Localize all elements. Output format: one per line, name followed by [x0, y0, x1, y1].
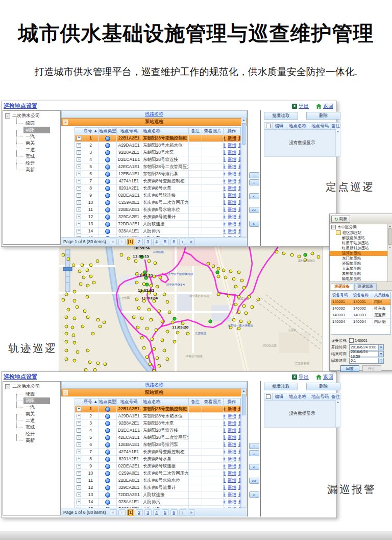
row-action-新增[interactable]: 新增: [228, 434, 236, 441]
row-action-删除[interactable]: 删除: [238, 491, 240, 498]
row-action-删除[interactable]: 删除: [238, 406, 240, 412]
transfer-button-1[interactable]: ↓: [249, 450, 259, 456]
select-all-checkbox[interactable]: [266, 394, 271, 399]
export-label[interactable]: 导出: [299, 103, 309, 110]
row-action-编辑[interactable]: 编辑: [224, 449, 226, 455]
expand-row-button[interactable]: +: [77, 435, 81, 440]
table-row[interactable]: +1122BEA0E1长庆南8号水箱水位编辑新增删除: [75, 477, 240, 484]
expand-row-button[interactable]: +: [77, 157, 81, 162]
row-action-编辑[interactable]: 编辑: [224, 156, 226, 163]
vertical-scrollbar[interactable]: ▲▼: [387, 224, 392, 281]
map-marker[interactable]: [145, 356, 149, 359]
map-marker[interactable]: [72, 264, 75, 267]
map-marker[interactable]: [244, 312, 248, 315]
collapse-icon[interactable]: -: [5, 384, 10, 389]
map-marker[interactable]: [103, 321, 106, 324]
delete-button[interactable]: 删除: [306, 112, 340, 120]
table-row[interactable]: +122B1A2E1东朝阳28号变频控制柜编辑新增删除: [75, 134, 240, 142]
map-marker[interactable]: [81, 264, 84, 267]
row-action-新增[interactable]: 新增: [228, 484, 236, 491]
row-action-新增[interactable]: 新增: [228, 156, 236, 163]
expand-row-button[interactable]: +: [77, 414, 81, 418]
dropdown-button[interactable]: ▼: [378, 351, 383, 357]
table-row[interactable]: +14028AA1E1人防排污编辑新增删除: [75, 227, 240, 234]
collapse-icon[interactable]: -: [5, 113, 10, 119]
map-marker[interactable]: [73, 341, 76, 344]
map-marker[interactable]: [91, 332, 94, 335]
stop-button[interactable]: 停止: [362, 365, 381, 372]
map-marker[interactable]: [237, 311, 240, 314]
table-row[interactable]: +10C259A0E1长庆南8号二次管网压力编辑新增删除: [75, 469, 240, 477]
map-marker[interactable]: [96, 260, 99, 263]
row-action-新增[interactable]: 新增: [228, 420, 236, 427]
row-action-新增[interactable]: 新增: [228, 427, 236, 434]
map-marker[interactable]: [65, 349, 68, 352]
expand-row-button[interactable]: +: [77, 428, 81, 433]
row-action-删除[interactable]: 删除: [238, 214, 240, 220]
row-action-删除[interactable]: 删除: [238, 199, 240, 206]
select-all-checkbox[interactable]: [266, 124, 271, 128]
row-action-编辑[interactable]: 编辑: [224, 206, 226, 213]
row-action-编辑[interactable]: 编辑: [224, 427, 226, 434]
batch-read-button[interactable]: 批量读取: [264, 383, 298, 390]
map-marker[interactable]: [82, 276, 85, 279]
expand-row-button[interactable]: +: [77, 200, 81, 205]
row-action-新增[interactable]: 新增: [228, 171, 236, 177]
pager-page-2[interactable]: 2: [136, 239, 143, 245]
expand-row-button[interactable]: +: [77, 143, 81, 148]
expand-row-button[interactable]: +: [77, 500, 81, 504]
table-row[interactable]: +542ECA1E1东朝阳28号二次管网压力编辑新增删除: [75, 163, 240, 170]
table-row[interactable]: +74274A1E1长庆南8号变频控制柜编辑新增删除: [75, 177, 240, 184]
map-marker[interactable]: [298, 255, 301, 258]
map-marker[interactable]: [140, 336, 143, 339]
group-row-pump-station[interactable]: - 泵站巡检: [61, 118, 247, 126]
tree-item[interactable]: 电厂加压站: [330, 281, 392, 282]
row-action-编辑[interactable]: 编辑: [224, 192, 226, 199]
tree-item[interactable]: 高新: [23, 167, 50, 173]
row-action-删除[interactable]: 删除: [238, 221, 240, 227]
map-marker[interactable]: [229, 270, 232, 273]
pager-page-1[interactable]: [1]: [127, 239, 134, 245]
tree-item[interactable]: 高新: [23, 437, 50, 444]
map-marker[interactable]: [67, 308, 70, 311]
back-label[interactable]: 返回: [323, 373, 333, 381]
tree-item[interactable]: 运河加压站: [330, 251, 392, 256]
table-row[interactable]: 140003140003屈宝庆: [331, 312, 390, 319]
row-action-删除[interactable]: 删除: [238, 499, 240, 505]
row-action-编辑[interactable]: 编辑: [224, 441, 226, 448]
pager-page-3[interactable]: 3: [144, 239, 152, 245]
map-marker[interactable]: [145, 327, 149, 330]
refresh-button[interactable]: ↻ 刷新: [331, 216, 350, 223]
vertical-scrollbar[interactable]: ▲: [241, 118, 247, 237]
map-marker[interactable]: [158, 310, 161, 313]
row-action-新增[interactable]: 新增: [228, 135, 236, 142]
map-marker[interactable]: [86, 284, 89, 287]
row-action-编辑[interactable]: 编辑: [224, 406, 226, 412]
row-action-新增[interactable]: 新增: [228, 499, 236, 505]
route-name-link[interactable]: 线路名称: [145, 382, 163, 387]
map-marker[interactable]: [176, 331, 179, 334]
map-marker[interactable]: [76, 306, 79, 309]
row-action-新增[interactable]: 新增: [228, 192, 236, 199]
map-marker-active[interactable]: [173, 317, 176, 320]
table-row[interactable]: +122B1A2E1东朝阳28号变频控制柜编辑新增删除: [75, 405, 240, 412]
row-action-新增[interactable]: 新增: [228, 221, 236, 227]
map-marker-active[interactable]: [209, 320, 212, 323]
row-action-新增[interactable]: 新增: [228, 491, 236, 498]
expand-row-button[interactable]: +: [77, 442, 81, 447]
expand-row-button[interactable]: +: [77, 179, 81, 183]
row-action-删除[interactable]: 删除: [238, 156, 240, 163]
map-marker[interactable]: [227, 294, 230, 297]
row-action-新增[interactable]: 新增: [228, 178, 236, 184]
pager-page-3[interactable]: 3: [144, 509, 152, 516]
transfer-button-0[interactable]: ↑: [249, 443, 259, 449]
row-action-删除[interactable]: 删除: [238, 456, 240, 462]
row-action-删除[interactable]: 删除: [238, 477, 240, 484]
map-marker[interactable]: [89, 275, 92, 278]
map-marker[interactable]: [65, 325, 68, 328]
map-marker[interactable]: [99, 325, 102, 328]
pager-page-2[interactable]: 2: [136, 509, 143, 516]
map-marker[interactable]: [217, 267, 220, 270]
row-action-新增[interactable]: 新增: [228, 413, 236, 419]
vertical-scrollbar[interactable]: ▲: [335, 129, 340, 156]
